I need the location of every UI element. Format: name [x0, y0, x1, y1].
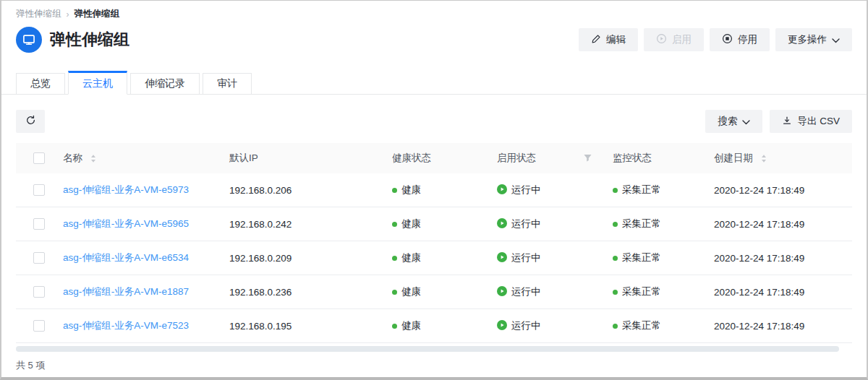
stop-circle-icon [722, 33, 733, 46]
header-actions: 编辑 启用 停用 更多操作 [579, 28, 852, 51]
sort-carets-icon[interactable] [90, 154, 96, 163]
play-badge-icon [497, 184, 507, 197]
hosts-table: 名称 默认IP 健康状态 启用状态 监控状态 创建日期 asg-伸缩组-业务A-… [16, 143, 852, 343]
host-ip: 192.168.0.195 [229, 321, 392, 332]
green-dot [613, 324, 618, 329]
green-dot [613, 290, 618, 295]
chevron-down-icon [832, 35, 840, 46]
total-count: 共 5 项 [16, 359, 852, 372]
title-wrap: 弹性伸缩组 [16, 27, 129, 53]
tab-cloud-hosts[interactable]: 云主机 [68, 71, 127, 95]
more-actions-button[interactable]: 更多操作 [775, 28, 852, 51]
refresh-button[interactable] [16, 110, 45, 133]
tab-audit[interactable]: 审计 [203, 73, 252, 94]
host-name-link[interactable]: asg-伸缩组-业务A-VM-e5973 [63, 183, 189, 197]
row-checkbox[interactable] [33, 184, 45, 196]
play-circle-icon [656, 33, 667, 46]
monitor-status: 采集正常 [613, 217, 661, 230]
play-badge-icon [497, 320, 507, 332]
row-checkbox[interactable] [33, 252, 45, 264]
enable-status: 运行中 [497, 319, 541, 332]
host-name-link[interactable]: asg-伸缩组-业务A-VM-e5965 [63, 217, 189, 230]
play-badge-icon [497, 252, 507, 264]
enable-status: 运行中 [497, 183, 541, 197]
green-dot [392, 256, 397, 261]
stop-button[interactable]: 停用 [710, 28, 770, 51]
host-name-link[interactable]: asg-伸缩组-业务A-VM-e1887 [63, 285, 189, 298]
monitor-icon [16, 27, 42, 53]
page-title: 弹性伸缩组 [50, 29, 129, 51]
green-dot [613, 256, 618, 261]
pencil-icon [591, 34, 601, 46]
row-checkbox[interactable] [33, 320, 45, 332]
created-date: 2020-12-24 17:18:49 [714, 287, 852, 298]
play-badge-icon [497, 286, 507, 298]
health-status: 健康 [392, 183, 421, 197]
column-header-monitor: 监控状态 [613, 152, 714, 165]
breadcrumb: 弹性伸缩组 › 弹性伸缩组 [1, 1, 867, 20]
header-checkbox-cell [16, 152, 63, 164]
green-dot [392, 290, 397, 295]
breadcrumb-item[interactable]: 弹性伸缩组 [16, 8, 61, 20]
monitor-status: 采集正常 [613, 251, 661, 264]
scrollbar-thumb[interactable] [16, 346, 839, 352]
tab-scaling-records[interactable]: 伸缩记录 [130, 73, 200, 94]
tab-bar: 总览 云主机 伸缩记录 审计 [1, 71, 867, 95]
green-dot [392, 188, 397, 193]
download-icon [782, 116, 792, 128]
breadcrumb-separator: › [67, 9, 69, 20]
column-header-ip: 默认IP [229, 152, 392, 165]
row-checkbox[interactable] [33, 218, 45, 230]
refresh-icon [25, 115, 36, 128]
host-ip: 192.168.0.236 [229, 287, 392, 298]
created-date: 2020-12-24 17:18:49 [714, 321, 852, 332]
enable-status: 运行中 [497, 217, 541, 230]
host-name-link[interactable]: asg-伸缩组-业务A-VM-e6534 [63, 251, 189, 264]
breadcrumb-current: 弹性伸缩组 [75, 8, 120, 20]
tab-overview[interactable]: 总览 [16, 73, 65, 94]
table-toolbar: 搜索 导出 CSV [1, 110, 867, 133]
host-ip: 192.168.0.242 [229, 219, 392, 230]
health-status: 健康 [392, 251, 421, 264]
monitor-status: 采集正常 [613, 319, 661, 332]
table-row: asg-伸缩组-业务A-VM-e6534 192.168.0.209 健康 运行… [16, 241, 852, 275]
edit-button[interactable]: 编辑 [579, 28, 638, 51]
enable-status: 运行中 [497, 251, 541, 264]
select-all-checkbox[interactable] [33, 152, 45, 164]
funnel-icon[interactable] [583, 154, 592, 163]
table-row: asg-伸缩组-业务A-VM-e5973 192.168.0.206 健康 运行… [16, 173, 852, 207]
green-dot [613, 222, 618, 227]
chevron-down-icon [742, 116, 750, 127]
table-row: asg-伸缩组-业务A-VM-e7523 192.168.0.195 健康 运行… [16, 309, 852, 343]
health-status: 健康 [392, 319, 421, 332]
host-ip: 192.168.0.206 [229, 185, 392, 196]
created-date: 2020-12-24 17:18:49 [714, 219, 852, 230]
horizontal-scrollbar [16, 346, 852, 352]
green-dot [613, 188, 618, 193]
green-dot [392, 324, 397, 329]
page-header: 弹性伸缩组 编辑 启用 停用 更多操作 [1, 20, 867, 53]
search-dropdown-button[interactable]: 搜索 [705, 110, 762, 133]
app-window: 弹性伸缩组 › 弹性伸缩组 弹性伸缩组 编辑 启用 [0, 0, 868, 380]
health-status: 健康 [392, 285, 421, 298]
column-header-enable: 启用状态 [497, 152, 613, 165]
monitor-status: 采集正常 [613, 285, 661, 298]
column-header-created: 创建日期 [714, 152, 852, 165]
created-date: 2020-12-24 17:18:49 [714, 253, 852, 264]
column-header-name: 名称 [63, 152, 229, 165]
column-header-health: 健康状态 [392, 152, 497, 165]
export-csv-button[interactable]: 导出 CSV [770, 110, 852, 133]
enable-button[interactable]: 启用 [644, 28, 704, 51]
created-date: 2020-12-24 17:18:49 [714, 185, 852, 196]
table-row: asg-伸缩组-业务A-VM-e1887 192.168.0.236 健康 运行… [16, 275, 852, 309]
row-checkbox[interactable] [33, 286, 45, 298]
table-row: asg-伸缩组-业务A-VM-e5965 192.168.0.242 健康 运行… [16, 207, 852, 241]
host-name-link[interactable]: asg-伸缩组-业务A-VM-e7523 [63, 319, 189, 332]
sort-carets-icon[interactable] [761, 154, 767, 163]
play-badge-icon [497, 218, 507, 230]
toolbar-right: 搜索 导出 CSV [705, 110, 852, 133]
green-dot [392, 222, 397, 227]
health-status: 健康 [392, 217, 421, 230]
enable-status: 运行中 [497, 285, 541, 298]
table-header-row: 名称 默认IP 健康状态 启用状态 监控状态 创建日期 [16, 143, 852, 173]
